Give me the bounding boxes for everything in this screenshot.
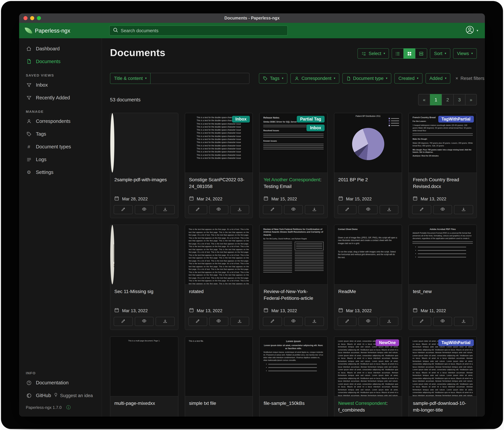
sidebar-item-settings[interactable]: ⚙ Settings xyxy=(19,166,102,178)
download-button[interactable] xyxy=(230,205,249,214)
document-correspondent[interactable]: Newest Correspondent xyxy=(338,401,386,406)
pagination-page-3[interactable]: 3 xyxy=(453,94,465,105)
edit-button[interactable] xyxy=(188,317,207,326)
view-button[interactable] xyxy=(209,205,228,214)
document-card[interactable]: This is the text that appears on the fir… xyxy=(185,224,253,330)
info-icon[interactable]: ⓘ xyxy=(66,404,71,411)
document-thumbnail[interactable] xyxy=(110,113,114,173)
view-button[interactable] xyxy=(135,205,153,214)
document-thumbnail[interactable]: Review of New York Federal Petitions for… xyxy=(260,225,327,285)
document-thumbnail[interactable]: This is the text that appears on the fir… xyxy=(185,225,252,285)
document-title[interactable]: multi-page-mixedxx xyxy=(110,396,178,407)
document-title[interactable]: sample-pdf-download-10-mb-longer-title xyxy=(409,396,477,413)
document-thumbnail[interactable]: TagWithPartialFrench Country BreadFor th… xyxy=(409,113,477,173)
pagination-page-1[interactable]: 1 xyxy=(430,94,442,105)
document-card[interactable]: This is a test file.simple txt file xyxy=(185,336,253,417)
reset-filters-button[interactable]: × Reset filters xyxy=(456,76,484,81)
document-card[interactable]: 2sample-pdf-with-imagesMar 28, 2022 xyxy=(110,113,178,218)
tag-pill[interactable]: Inbox xyxy=(307,124,324,131)
view-button[interactable] xyxy=(359,205,378,214)
document-thumbnail[interactable]: Partial TagInboxRelease NotesSimba ODBC … xyxy=(260,113,327,173)
minimize-window-button[interactable] xyxy=(30,16,34,20)
edit-button[interactable] xyxy=(412,205,431,214)
tag-pill[interactable]: Partial Tag xyxy=(297,116,324,122)
added-filter-button[interactable]: Added ▾ xyxy=(425,73,450,84)
view-button[interactable] xyxy=(284,205,303,214)
sidebar-item-inbox[interactable]: Inbox xyxy=(19,79,102,91)
document-type-filter-button[interactable]: Document type ▾ xyxy=(342,73,391,84)
document-card[interactable]: Partial TagInboxRelease NotesSimba ODBC … xyxy=(259,113,327,218)
document-title[interactable]: Review-of-New-York-Federal-Petitions-art… xyxy=(260,285,327,301)
sidebar-item-tags[interactable]: Tags xyxy=(19,128,102,140)
suggest-idea-link[interactable]: Suggest an idea xyxy=(54,393,93,398)
view-button[interactable] xyxy=(359,317,378,326)
sidebar-item-documents[interactable]: Documents xyxy=(19,55,102,68)
document-card[interactable]: Contact Sheet DemoGiven a set of image f… xyxy=(334,224,402,330)
document-title[interactable]: simple txt file xyxy=(185,396,252,407)
document-title[interactable]: 2sample-pdf-with-images xyxy=(110,173,178,183)
document-thumbnail[interactable]: TagWithPartialLorem ipsum dolor sit amet… xyxy=(409,337,477,396)
document-thumbnail[interactable]: Patient BP Distribution 2011 xyxy=(334,113,402,173)
edit-button[interactable] xyxy=(263,317,282,326)
edit-button[interactable] xyxy=(114,317,133,326)
document-title[interactable]: test_new xyxy=(409,285,477,295)
sidebar-item-recently-added[interactable]: Recently Added xyxy=(19,91,102,104)
document-card[interactable]: Lorem ipsumLorem ipsum dolor sit amet, c… xyxy=(259,336,327,417)
document-thumbnail[interactable]: This is a test file. xyxy=(185,337,252,396)
brand[interactable]: Paperless-ngx xyxy=(19,27,102,34)
document-title[interactable]: Yet Another Correspondent: Testing Email xyxy=(260,173,327,190)
document-thumbnail[interactable]: NewOneLorem ipsum dolor sit amet, consec… xyxy=(334,337,402,396)
document-card[interactable]: InboxThis is a test for the double space… xyxy=(185,113,253,218)
sidebar-item-github[interactable]: GitHub xyxy=(19,389,54,402)
document-title[interactable]: French Country Bread Revised.docx xyxy=(409,173,477,190)
document-card[interactable]: NewOneLorem ipsum dolor sit amet, consec… xyxy=(334,336,402,417)
document-thumbnail[interactable]: This is a multi page document. Page 1. xyxy=(110,337,178,396)
document-card[interactable]: 1.1. CONTINUING MEDICAL EDUCAAttestation… xyxy=(110,224,178,330)
download-button[interactable] xyxy=(305,205,324,214)
document-card[interactable]: Patient BP Distribution 20112011 BP Pie … xyxy=(334,113,402,218)
grid-view-button[interactable] xyxy=(404,48,415,59)
document-title[interactable]: Sec 11-Missing sig xyxy=(110,285,178,295)
list-view-button[interactable] xyxy=(392,48,404,59)
pagination-next-button[interactable]: » xyxy=(465,94,477,105)
user-menu[interactable]: ▾ xyxy=(466,26,478,36)
document-correspondent[interactable]: Yet Another Correspondent xyxy=(264,177,320,182)
edit-button[interactable] xyxy=(114,205,133,214)
detail-view-button[interactable] xyxy=(415,48,427,59)
edit-button[interactable] xyxy=(338,317,357,326)
download-button[interactable] xyxy=(156,317,175,326)
correspondent-filter-button[interactable]: Correspondent ▾ xyxy=(290,73,339,84)
pagination-page-2[interactable]: 2 xyxy=(442,94,453,105)
views-button[interactable]: Views ▾ xyxy=(453,48,477,59)
edit-button[interactable] xyxy=(188,205,207,214)
download-button[interactable] xyxy=(454,317,473,326)
document-title[interactable]: Newest Correspondent: f_combineds xyxy=(334,396,402,413)
document-thumbnail[interactable]: Lorem ipsumLorem ipsum dolor sit amet, c… xyxy=(260,337,327,396)
document-card[interactable]: Adobe Acrobat PDF FilesAdobe® Portable D… xyxy=(409,224,477,330)
document-card[interactable]: This is a multi page document. Page 1.mu… xyxy=(110,336,178,417)
download-button[interactable] xyxy=(454,205,473,214)
download-button[interactable] xyxy=(305,317,324,326)
document-card[interactable]: TagWithPartialFrench Country BreadFor th… xyxy=(409,113,477,218)
zoom-window-button[interactable] xyxy=(37,16,41,20)
document-title[interactable]: file-sample_150kBs xyxy=(260,396,327,407)
document-title[interactable]: 2011 BP Pie 2 xyxy=(334,173,402,183)
select-button[interactable]: Select ▾ xyxy=(358,48,389,59)
tag-pill[interactable]: NewOne xyxy=(376,339,399,346)
sidebar-item-logs[interactable]: Logs xyxy=(19,153,102,166)
document-thumbnail[interactable]: Adobe Acrobat PDF FilesAdobe® Portable D… xyxy=(409,225,477,285)
document-title[interactable]: ReadMe xyxy=(334,285,402,295)
tags-filter-button[interactable]: Tags ▾ xyxy=(259,73,287,84)
edit-button[interactable] xyxy=(263,205,282,214)
download-button[interactable] xyxy=(230,317,249,326)
view-button[interactable] xyxy=(433,317,452,326)
document-thumbnail[interactable]: InboxThis is a test for the double space… xyxy=(185,113,252,173)
sidebar-item-document-types[interactable]: # Document types xyxy=(19,140,102,153)
created-filter-button[interactable]: Created ▾ xyxy=(394,73,422,84)
document-card[interactable]: TagWithPartialLorem ipsum dolor sit amet… xyxy=(409,336,477,417)
view-button[interactable] xyxy=(209,317,228,326)
sidebar-item-dashboard[interactable]: Dashboard xyxy=(19,42,102,55)
search-input[interactable] xyxy=(121,28,284,33)
download-button[interactable] xyxy=(156,205,175,214)
download-button[interactable] xyxy=(380,205,398,214)
